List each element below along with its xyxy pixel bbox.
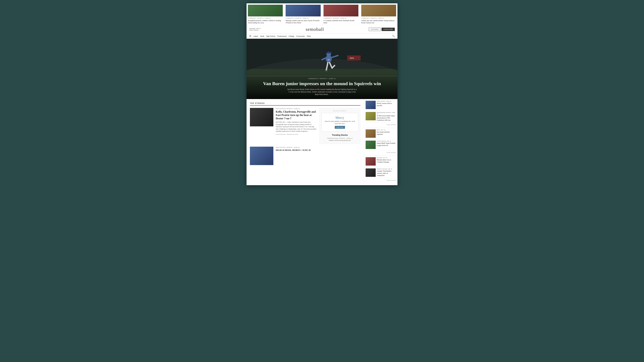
strip-headline: Springfield pounces, clobbers Catfish in… xyxy=(248,19,283,24)
header-actions: ACCOUNT SUBSCRIBE xyxy=(369,28,395,31)
sidebar-story-text: YOUTH SPORTS • SEP. 12 Poplar Bluff Yout… xyxy=(377,141,396,149)
site-header: Saturday, July 27 SEMO Sports semoball A… xyxy=(246,25,398,33)
strip-headline: er Cardinals outfielder mote Semoball Aw… xyxy=(324,19,358,24)
account-button[interactable]: ACCOUNT xyxy=(369,28,380,31)
view-more-link-2[interactable]: VIEW MORE xyxy=(366,152,396,153)
browser-window: COMMUNITY SPORTS • JUNE 21 Springfield p… xyxy=(246,3,398,185)
story-title-2[interactable]: HIGH SCHOOL SPORTS • JUNE 20 xyxy=(276,149,360,151)
sidebar-section-1: IONAL SPORTS • JUNE 10 Hawks' season end… xyxy=(366,101,396,125)
nav-link-community[interactable]: Community xyxy=(296,35,305,37)
story-main-2: HIGH SCHOOL SPORTS • JUNE 20 HIGH SCHOOL… xyxy=(276,147,360,165)
top-strip-item[interactable]: COMMUNITY SPORTS • JUNE 20 er Cardinals … xyxy=(322,3,360,25)
nav-link-professional[interactable]: Professional xyxy=(277,35,286,37)
advertisement: ADVERTISEMENT Mercy Here for every athle… xyxy=(319,108,360,144)
sidebar-story[interactable]: COLUMN • OCT. 25 Marmot takes over as Ca… xyxy=(366,157,396,167)
svg-rect-15 xyxy=(325,70,328,71)
nav-link-other[interactable]: Other xyxy=(307,35,311,37)
sidebar-story[interactable]: SPORTS COLUMN • JAN. 25 Column: Tom Brad… xyxy=(366,168,396,178)
story-category-2: HIGH SCHOOL SPORTS • JUNE 20 xyxy=(276,147,360,148)
view-more-link-3[interactable]: VIEW MORE xyxy=(366,180,396,181)
story-body: DEXTER, MO — Kelly, Charleston, East Pra… xyxy=(276,121,317,133)
strip-headline: Catfish 'pen can't sustain another stron… xyxy=(361,19,396,24)
story-grid: HIGH SCHOOL SPORTS • JUNE 20 Kelly, Char… xyxy=(250,108,360,144)
view-more-link[interactable]: VIEW MORE xyxy=(366,124,396,125)
sidebar-story-text: SPORTS COLUMN • JAN. 25 Column: Tom Brad… xyxy=(377,168,396,177)
hero-overlay: COMMUNITY SPORTS • JUNE 21 Van Buren jun… xyxy=(246,73,398,99)
story-title[interactable]: Kelly, Charleston, Portageville and East… xyxy=(276,110,317,120)
sidebar-title: heer teams perform regionals xyxy=(377,131,396,135)
main-content: TOP STORIES HIGH SCHOOL SPORTS • JUNE 20… xyxy=(246,99,398,185)
story-category: HIGH SCHOOL SPORTS • JUNE 20 xyxy=(276,108,317,109)
sidebar-category: RPTS • OCT. 18 xyxy=(377,129,396,131)
sidebar-story[interactable]: RPTS • OCT. 18 heer teams perform region… xyxy=(366,129,396,139)
story-row-2: HIGH SCHOOL SPORTS • JUNE 20 HIGH SCHOOL… xyxy=(250,147,360,165)
top-strip-item[interactable]: COMMUNITY SPORTS • JUNE 11 Catfish 'pen … xyxy=(360,3,398,25)
sidebar-story[interactable]: IONAL SPORTS • JUNE 10 Hawks' season end… xyxy=(366,101,396,111)
trending-item[interactable]: PROFESSIONAL SPORTS • JUNE 18 Stallions … xyxy=(322,138,358,141)
story-image-2[interactable] xyxy=(250,147,273,165)
sidebar-section-3: COLUMN • OCT. 25 Marmot takes over as Ca… xyxy=(366,157,396,181)
hero-excerpt: Van Buren junior Brady Smith shines on t… xyxy=(287,88,357,96)
sidebar-title: Hawks' season ends in playoffs xyxy=(377,102,396,107)
sidebar-story[interactable]: PROFESSIONAL SPORTS • JUNE 10 AJ McCarro… xyxy=(366,112,396,123)
story-image[interactable] xyxy=(250,108,273,126)
sidebar-story-image xyxy=(366,129,376,138)
sidebar-story-image xyxy=(366,168,376,177)
top-strip-item[interactable]: COMMUNITY SPORTS • JUNE 20 Rallying Catf… xyxy=(284,3,322,25)
site-nav: ☰ Latest Youth High School Professional … xyxy=(246,33,398,39)
ad-brand: Mercy xyxy=(324,116,356,120)
hero-title: Van Buren junior impresses on the mound … xyxy=(250,81,394,86)
trending-label: Trending Stories xyxy=(322,134,358,136)
ad-content: Mercy Here for every athlete in Southeas… xyxy=(322,113,358,132)
sidebar-title: Column: Tom Brady's 'journey' pales in c… xyxy=(377,170,396,176)
sidebar-divider-2 xyxy=(366,156,396,156)
nav-left: ☰ Latest Youth High School Professional … xyxy=(249,34,311,37)
hero-section[interactable]: 16 PAPA COMMUNITY SPORTS • JUNE 21 Van B… xyxy=(246,39,398,99)
sidebar-category: SPORTS COLUMN • JAN. 25 xyxy=(377,168,396,170)
nav-link-youth[interactable]: Youth xyxy=(260,35,264,37)
sidebar-category: COLUMN • OCT. 25 xyxy=(377,157,396,158)
nav-link-latest[interactable]: Latest xyxy=(254,35,258,37)
nav-link-college[interactable]: College xyxy=(288,35,294,37)
sidebar-category: YOUTH SPORTS • SEP. 12 xyxy=(377,141,396,142)
svg-rect-2 xyxy=(246,39,398,69)
sidebar-divider xyxy=(366,128,396,128)
hero-category: COMMUNITY SPORTS • JUNE 21 xyxy=(250,78,394,79)
trending-category: PROFESSIONAL SPORTS • JUNE 18 xyxy=(322,138,358,139)
story-main: HIGH SCHOOL SPORTS • JUNE 20 Kelly, Char… xyxy=(276,108,317,144)
nav-links: Latest Youth High School Professional Co… xyxy=(254,34,311,37)
strip-headline: Rallying Catfish come up clutch, knock o… xyxy=(286,19,320,24)
sidebar-category: PROFESSIONAL SPORTS • JUNE 10 xyxy=(377,112,396,114)
ad-cta-button[interactable]: Learn more xyxy=(335,126,345,129)
sidebar-story-text: COLUMN • OCT. 25 Marmot takes over as Ca… xyxy=(377,157,396,166)
sidebar-story-text: RPTS • OCT. 18 heer teams perform region… xyxy=(377,129,396,138)
svg-rect-8 xyxy=(329,52,332,53)
strip-category: COMMUNITY SPORTS • JUNE 20 xyxy=(286,17,320,19)
header-date: Saturday, July 27 SEMO Sports xyxy=(249,28,261,31)
section-label-top-stories: TOP STORIES xyxy=(250,102,360,106)
top-strip: COMMUNITY SPORTS • JUNE 21 Springfield p… xyxy=(246,3,398,25)
svg-text:16: 16 xyxy=(327,59,330,61)
hamburger-icon[interactable]: ☰ xyxy=(249,35,252,37)
search-icon[interactable]: 🔍 xyxy=(392,35,395,37)
sidebar-story-image xyxy=(366,101,376,109)
sidebar-title: AJ McCarron battles injury and emotion i… xyxy=(377,115,396,121)
sidebar-story[interactable]: YOUTH SPORTS • SEP. 12 Poplar Bluff Yout… xyxy=(366,141,396,150)
trending-headline: Stallions cement saving dynasty with xyxy=(322,140,358,141)
sidebar-category: IONAL SPORTS • JUNE 10 xyxy=(377,101,396,102)
sidebar-story-image xyxy=(366,157,376,166)
sidebar-title: Poplar Bluff Youth Football League kicks… xyxy=(377,142,396,146)
top-strip-item[interactable]: COMMUNITY SPORTS • JUNE 21 Springfield p… xyxy=(246,3,284,25)
content-left: TOP STORIES HIGH SCHOOL SPORTS • JUNE 20… xyxy=(246,99,364,185)
subscribe-button[interactable]: SUBSCRIBE xyxy=(382,28,395,31)
sidebar: IONAL SPORTS • JUNE 10 Hawks' season end… xyxy=(364,99,398,185)
site-logo: semoball xyxy=(306,27,324,32)
svg-text:PAPA: PAPA xyxy=(350,57,354,59)
sidebar-story-image xyxy=(366,112,376,120)
nav-link-highschool[interactable]: High School xyxy=(266,35,275,37)
sidebar-story-text: IONAL SPORTS • JUNE 10 Hawks' season end… xyxy=(377,101,396,109)
sidebar-story-image xyxy=(366,141,376,149)
story-byline: Dennis Marshall - Standard-Democrat xyxy=(276,134,317,135)
ad-text: Here for every athlete in Southeast MO. … xyxy=(324,120,356,124)
ad-label: ADVERTISEMENT xyxy=(322,110,358,112)
